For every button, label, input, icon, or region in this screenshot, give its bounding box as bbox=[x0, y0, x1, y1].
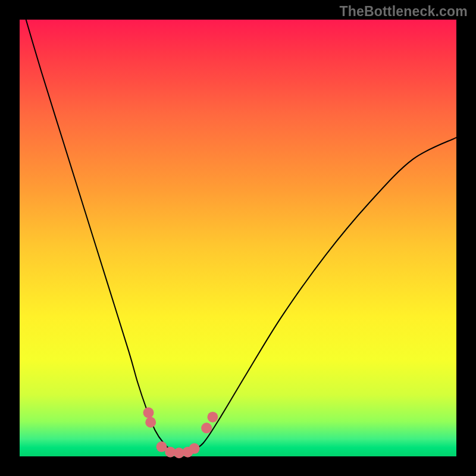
bead-bottom-5 bbox=[189, 443, 200, 454]
bead-left-upper bbox=[143, 408, 154, 418]
bead-group bbox=[143, 408, 218, 459]
bottleneck-curve bbox=[20, 0, 456, 454]
bead-left-lower bbox=[145, 417, 156, 428]
curve-svg bbox=[20, 20, 456, 456]
watermark-text: TheBottleneck.com bbox=[339, 4, 468, 20]
chart-area bbox=[20, 20, 456, 456]
bead-right-upper bbox=[207, 412, 218, 422]
bead-right-lower bbox=[201, 422, 212, 433]
